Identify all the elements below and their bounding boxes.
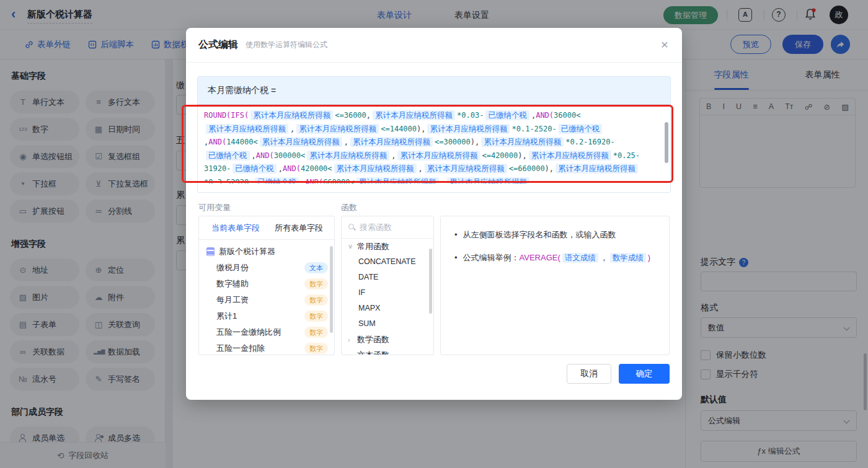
- variable-name: 累计1: [216, 311, 237, 322]
- number-token: 36000<: [554, 111, 580, 120]
- formula-line: 31920-已缴纳个税,AND(420000<累计本月应纳税所得额,累计本月应纳…: [204, 162, 664, 176]
- operator-token: ,: [391, 151, 396, 160]
- chevron-down-icon: ∨: [348, 242, 354, 250]
- function-item[interactable]: DATE: [342, 270, 433, 285]
- operator-token: ),: [518, 151, 526, 160]
- field-chip: 已缴纳个税: [485, 110, 529, 120]
- variable-name: 数字辅助: [216, 278, 249, 289]
- field-chip: 累计本月应纳税所得额: [425, 164, 507, 174]
- tab-all-form-fields[interactable]: 所有表单字段: [275, 223, 323, 234]
- function-group-label: 文本函数: [357, 350, 389, 356]
- formula-edit-modal: 公式编辑 使用数学运算符编辑公式 × 本月需缴纳个税 = ROUND(IFS(累…: [186, 28, 682, 400]
- formula-line: *0.3-52920-已缴纳个税,AND(660000<累计本月应纳税所得额,累…: [204, 176, 664, 184]
- field-chip: 累计本月应纳税所得额: [260, 137, 342, 147]
- variable-row[interactable]: 五险一金扣除数字: [199, 340, 334, 355]
- number-token: <=420000: [482, 151, 518, 160]
- field-chip: 数学成绩: [610, 253, 646, 263]
- field-chip: 累计本月应纳税所得额: [481, 137, 564, 147]
- variable-row[interactable]: 累计1数字: [199, 308, 334, 324]
- field-chip: 累计本月应纳税所得额: [373, 110, 455, 120]
- functions-panel: 搜索函数 ∨常用函数CONCATENATEDATEIFMAPXSUM›数学函数›…: [341, 216, 434, 355]
- formula-editor: 本月需缴纳个税 = ROUND(IFS(累计本月应纳税所得额<=36000,累计…: [197, 76, 671, 221]
- variables-tabs: 当前表单字段 所有表单字段: [199, 216, 334, 240]
- field-chip: 累计本月应纳税所得额: [307, 151, 389, 161]
- form-tree-root[interactable]: 新版个税计算器: [199, 240, 334, 260]
- variable-row[interactable]: 数字辅助数字: [199, 276, 334, 292]
- operator-token: 公式编辑举例：: [463, 253, 520, 262]
- variables-panel: 当前表单字段 所有表单字段 新版个税计算器 缴税月份文本数字辅助数字每月工资数字…: [198, 216, 335, 355]
- variables-label: 可用变量: [198, 202, 231, 213]
- hint-example-line: •公式编辑举例：AVERAGE(语文成绩，数学成绩): [454, 252, 655, 264]
- chevron-right-icon: ›: [348, 336, 354, 343]
- field-chip: 累计本月应纳税所得额: [529, 151, 611, 161]
- formula-line: 已缴纳个税,AND(300000<累计本月应纳税所得额,累计本月应纳税所得额<=…: [204, 149, 664, 163]
- function-group[interactable]: ›文本函数: [342, 347, 433, 355]
- field-chip: 累计本月应纳税所得额: [350, 137, 433, 147]
- function-token: AND(: [536, 111, 554, 120]
- cancel-button[interactable]: 取消: [567, 364, 611, 384]
- function-item[interactable]: IF: [342, 285, 433, 301]
- app: ‹ 新版个税计算器 表单设计 表单设置 数据管理 A ? 政 表单外链 后端脚本…: [0, 0, 868, 468]
- variable-name: 五险一金缴纳比例: [216, 327, 281, 338]
- number-token: <=660000: [509, 164, 545, 173]
- number-token: *0.25-: [613, 151, 640, 160]
- functions-label: 函数: [341, 202, 357, 213]
- function-token: AND(: [305, 178, 323, 184]
- modal-header: 公式编辑 使用数学运算符编辑公式 ×: [186, 28, 682, 63]
- number-token: 31920-: [204, 164, 231, 173]
- variable-name: 缴税月份: [216, 262, 249, 273]
- field-chip: 累计本月应纳税所得额: [427, 124, 510, 134]
- function-item[interactable]: MAPX: [342, 301, 433, 316]
- field-chip: 语文成绩: [562, 253, 598, 263]
- search-icon: [348, 224, 355, 231]
- scrollbar-thumb[interactable]: [330, 246, 333, 333]
- formula-line: ,AND(144000<累计本月应纳税所得额,累计本月应纳税所得额<=30000…: [204, 136, 664, 149]
- function-search[interactable]: 搜索函数: [342, 216, 433, 239]
- number-token: 144000<: [226, 138, 258, 146]
- operator-token: ),: [545, 164, 554, 173]
- field-chip: 累计本月应纳税所得额: [356, 177, 439, 184]
- confirm-button[interactable]: 确定: [619, 364, 670, 384]
- function-item[interactable]: CONCATENATE: [342, 254, 433, 270]
- modal-title: 公式编辑: [198, 38, 238, 51]
- search-placeholder: 搜索函数: [360, 222, 392, 233]
- function-group[interactable]: ›数学函数: [342, 332, 433, 347]
- close-icon[interactable]: ×: [661, 38, 668, 51]
- formula-target-row: 本月需缴纳个税 =: [197, 76, 671, 104]
- operator-token: ,: [252, 151, 256, 160]
- form-doc-icon: [206, 247, 215, 256]
- operator-token: ,: [418, 164, 423, 173]
- function-token: AVERAGE(: [520, 253, 560, 262]
- variable-row[interactable]: 五险一金缴纳比例数字: [199, 324, 334, 340]
- field-chip: 已缴纳个税: [232, 164, 277, 174]
- function-token: ROUND(IFS(: [204, 111, 249, 120]
- function-item[interactable]: SUM: [342, 316, 433, 332]
- function-token: AND(: [256, 151, 274, 160]
- modal-footer: 取消 确定: [567, 364, 670, 384]
- field-chip: 累计本月应纳税所得额: [556, 164, 638, 174]
- formula-line: ROUND(IFS(累计本月应纳税所得额<=36000,累计本月应纳税所得额*0…: [204, 109, 664, 123]
- field-type-badge: 数字: [304, 294, 328, 306]
- variable-name: 五险一金扣除: [216, 343, 265, 354]
- variable-row[interactable]: 缴税月份文本: [199, 260, 334, 276]
- field-chip: 已缴纳个税: [255, 177, 299, 184]
- field-type-badge: 数字: [304, 311, 328, 322]
- number-token: 420000<: [301, 164, 332, 173]
- scrollbar-thumb[interactable]: [429, 249, 432, 314]
- field-type-badge: 数字: [304, 327, 328, 338]
- operator-token: ),: [417, 125, 425, 133]
- field-type-badge: 数字: [304, 278, 328, 289]
- function-group[interactable]: ∨常用函数: [342, 239, 433, 254]
- modal-subtitle: 使用数学运算符编辑公式: [246, 40, 327, 50]
- field-chip: 累计本月应纳税所得额: [397, 151, 480, 161]
- formula-content[interactable]: ROUND(IFS(累计本月应纳税所得额<=36000,累计本月应纳税所得额*0…: [197, 104, 671, 193]
- function-token: AND(: [283, 164, 301, 173]
- scrollbar-thumb[interactable]: [665, 122, 668, 163]
- field-type-badge: 数字: [304, 343, 328, 354]
- variable-row[interactable]: 每月工资数字: [199, 292, 334, 308]
- number-token: 660000<: [323, 178, 355, 184]
- function-token: AND(: [208, 138, 226, 146]
- chevron-right-icon: ›: [348, 351, 354, 356]
- tab-current-form-fields[interactable]: 当前表单字段: [211, 223, 260, 234]
- operator-token: ),: [471, 138, 479, 146]
